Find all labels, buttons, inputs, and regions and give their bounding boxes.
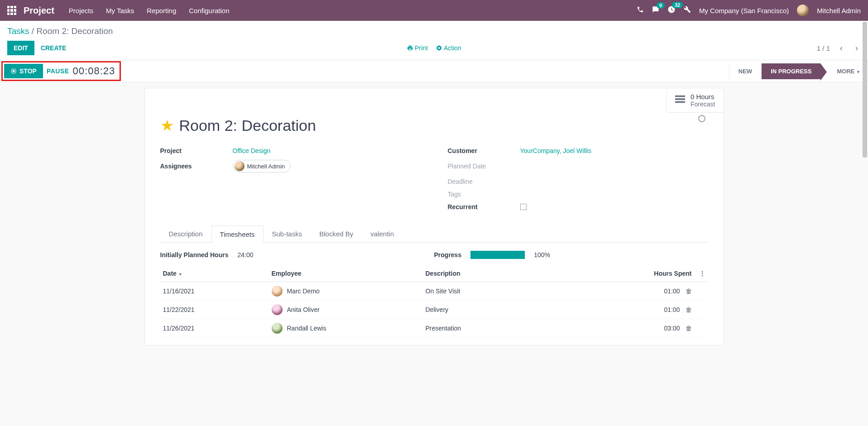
- stop-button[interactable]: STOP: [4, 64, 43, 78]
- tab-timesheets[interactable]: Timesheets: [211, 225, 264, 243]
- svg-rect-1: [13, 70, 14, 72]
- breadcrumb-sep: /: [32, 26, 37, 36]
- tab-blocked-by[interactable]: Blocked By: [311, 225, 362, 242]
- user-name[interactable]: Mitchell Admin: [817, 7, 861, 14]
- value-project[interactable]: Office Design: [233, 147, 271, 154]
- assignee-tag[interactable]: Mitchell Admin: [233, 160, 291, 172]
- activity-icon[interactable]: 32: [667, 5, 676, 15]
- employee-avatar: [272, 304, 283, 315]
- pager-prev-icon[interactable]: ‹: [837, 43, 845, 54]
- th-employee[interactable]: Employee: [269, 265, 423, 282]
- action-button[interactable]: Action: [436, 44, 461, 52]
- th-hours[interactable]: Hours Spent: [631, 265, 695, 282]
- assignee-avatar: [235, 161, 245, 171]
- cell-desc: Presentation: [423, 319, 631, 338]
- phone-icon[interactable]: [637, 6, 644, 15]
- timesheet-summary: Initially Planned Hours 24:00 Progress 1…: [160, 251, 708, 259]
- label-assignees: Assignees: [160, 163, 233, 170]
- discuss-icon[interactable]: 9: [652, 6, 659, 15]
- control-panel: Tasks / Room 2: Decoration EDIT CREATE P…: [0, 21, 868, 60]
- breadcrumb-parent[interactable]: Tasks: [7, 26, 29, 36]
- delete-row-icon[interactable]: 🗑: [686, 306, 692, 313]
- cp-right: 1 / 1 ‹ ›: [817, 43, 861, 54]
- debug-icon[interactable]: [684, 6, 691, 15]
- form-sheet: 0 Hours Forecast ★ Room 2: Decoration Pr…: [144, 88, 724, 345]
- cell-desc: On Site Visit: [423, 282, 631, 301]
- cell-hours: 03:00 🗑: [631, 319, 695, 338]
- th-description[interactable]: Description: [423, 265, 631, 282]
- pause-button[interactable]: PAUSE: [47, 67, 69, 75]
- tab-subtasks[interactable]: Sub-tasks: [264, 225, 311, 242]
- kanban-state-dot[interactable]: [698, 115, 705, 122]
- table-row[interactable]: 11/26/2021Randall LewisPresentation03:00…: [160, 319, 708, 338]
- breadcrumb: Tasks / Room 2: Decoration: [7, 26, 861, 36]
- topnav-right: 9 32 My Company (San Francisco) Mitchell…: [637, 5, 861, 16]
- priority-star-icon[interactable]: ★: [160, 116, 174, 134]
- pager-next-icon[interactable]: ›: [853, 43, 861, 54]
- employee-avatar: [272, 286, 283, 297]
- cell-desc: Delivery: [423, 301, 631, 319]
- svg-rect-3: [675, 98, 685, 100]
- label-project: Project: [160, 147, 233, 154]
- stat-forecast-button[interactable]: 0 Hours Forecast: [667, 88, 723, 113]
- progress-pct: 100%: [534, 251, 550, 258]
- svg-rect-2: [675, 96, 685, 97]
- planned-hours-value: 24:00: [237, 251, 253, 258]
- breadcrumb-current: Room 2: Decoration: [36, 26, 113, 36]
- cell-employee: Anita Oliver: [269, 301, 423, 319]
- app-brand[interactable]: Project: [24, 5, 54, 16]
- user-avatar[interactable]: [797, 5, 809, 16]
- value-customer[interactable]: YourCompany, Joel Willis: [520, 147, 591, 154]
- nav-reporting[interactable]: Reporting: [147, 7, 176, 14]
- stage-more-button[interactable]: MORE ▼: [830, 63, 868, 79]
- status-bar: STOP PAUSE 00:08:23 NEW IN PROGRESS MORE…: [0, 60, 868, 82]
- tab-valentin[interactable]: valentin: [362, 225, 403, 242]
- task-title: Room 2: Decoration: [179, 117, 316, 134]
- top-navbar: Project Projects My Tasks Reporting Conf…: [0, 0, 868, 21]
- recurrent-checkbox[interactable]: [520, 204, 527, 210]
- scrollbar-indicator[interactable]: [863, 22, 867, 158]
- nav-configuration[interactable]: Configuration: [189, 7, 229, 14]
- svg-rect-4: [675, 101, 685, 103]
- stat-label: Forecast: [691, 101, 715, 108]
- bars-icon: [675, 95, 685, 105]
- apps-icon[interactable]: [7, 6, 16, 15]
- timer-highlight-box: STOP PAUSE 00:08:23: [1, 61, 121, 81]
- delete-row-icon[interactable]: 🗑: [686, 325, 692, 332]
- cell-date: 11/26/2021: [160, 319, 269, 338]
- timesheet-table: Date Employee Description Hours Spent ⋮ …: [160, 265, 708, 338]
- employee-avatar: [272, 323, 283, 334]
- label-recurrent: Recurrent: [448, 203, 520, 211]
- stage-new[interactable]: NEW: [729, 63, 762, 79]
- table-row[interactable]: 11/16/2021Marc DemoOn Site Visit01:00 🗑: [160, 282, 708, 301]
- cell-hours: 01:00 🗑: [631, 282, 695, 301]
- stat-value: 0 Hours: [691, 93, 715, 101]
- discuss-badge: 9: [657, 2, 665, 9]
- timer-display: 00:08:23: [73, 65, 117, 77]
- edit-button[interactable]: EDIT: [7, 41, 34, 55]
- cell-date: 11/22/2021: [160, 301, 269, 319]
- cell-employee: Randall Lewis: [269, 319, 423, 338]
- cell-hours: 01:00 🗑: [631, 301, 695, 319]
- print-button[interactable]: Print: [407, 44, 428, 52]
- progress-bar: [470, 251, 525, 259]
- tab-description[interactable]: Description: [160, 225, 211, 242]
- nav-projects[interactable]: Projects: [69, 7, 93, 14]
- stage-in-progress[interactable]: IN PROGRESS: [762, 63, 820, 79]
- form-fields: Project Office Design Customer YourCompa…: [160, 147, 708, 211]
- planned-hours-label: Initially Planned Hours: [160, 251, 229, 258]
- company-switcher[interactable]: My Company (San Francisco): [699, 7, 789, 14]
- column-options-icon[interactable]: ⋮: [699, 270, 705, 277]
- pager-counter[interactable]: 1 / 1: [817, 44, 830, 52]
- th-date[interactable]: Date: [160, 265, 269, 282]
- nav-my-tasks[interactable]: My Tasks: [106, 7, 134, 14]
- topnav-menu: Projects My Tasks Reporting Configuratio…: [69, 7, 230, 14]
- create-button[interactable]: CREATE: [34, 41, 73, 55]
- cell-employee: Marc Demo: [269, 282, 423, 301]
- table-row[interactable]: 11/22/2021Anita OliverDelivery01:00 🗑: [160, 301, 708, 319]
- progress-label: Progress: [434, 251, 462, 258]
- cp-center: Print Action: [407, 44, 461, 52]
- delete-row-icon[interactable]: 🗑: [686, 287, 692, 295]
- activity-badge: 32: [672, 2, 683, 8]
- label-planned-date: Planned Date: [448, 163, 520, 170]
